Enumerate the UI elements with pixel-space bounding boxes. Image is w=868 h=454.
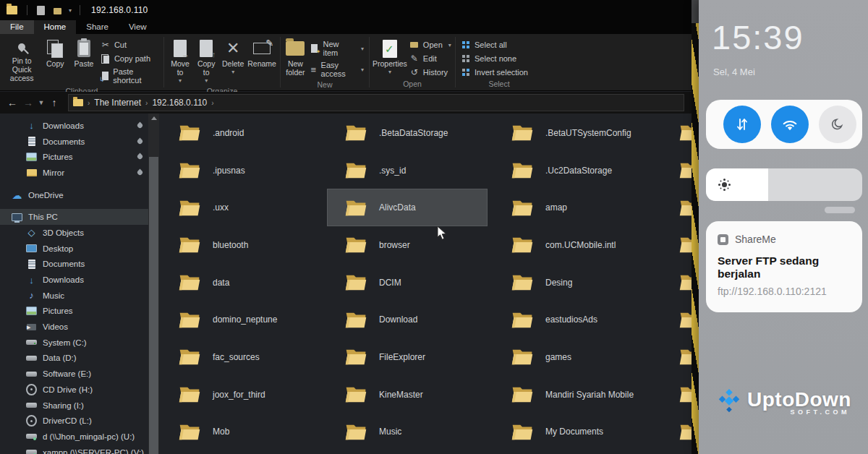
sidebar-item[interactable]: Documents xyxy=(0,134,148,150)
mobile-data-toggle[interactable] xyxy=(723,106,761,143)
open-button[interactable]: Open xyxy=(407,39,454,51)
folder-item[interactable]: Mandiri Syariah Mobile xyxy=(493,376,654,414)
folder-item[interactable]: amap xyxy=(493,189,654,226)
folder-item[interactable]: data xyxy=(161,264,321,301)
sidebar-item[interactable]: Downloads xyxy=(0,272,148,288)
select-none-button[interactable]: Select none xyxy=(459,53,530,64)
sidebar-item[interactable]: CD Drive (H:) xyxy=(0,382,148,398)
delete-button[interactable]: ✕ Delete xyxy=(219,36,247,77)
folder-item[interactable]: DCIM xyxy=(327,264,488,301)
shareme-notification-card[interactable]: ShareMe Server FTP sedang berjalan ftp:/… xyxy=(706,221,862,312)
folder-icon xyxy=(511,198,534,218)
sidebar-item[interactable]: This PC xyxy=(0,209,148,225)
copy-button[interactable]: Copy xyxy=(41,36,69,68)
pin-to-quick-access-button[interactable]: Pin to Quick access xyxy=(3,36,41,82)
wifi-toggle[interactable] xyxy=(771,106,809,143)
folder-item[interactable]: fac_sources xyxy=(161,338,321,376)
cut-button[interactable]: Cut xyxy=(98,39,161,51)
folder-item[interactable]: domino_neptune xyxy=(161,301,321,338)
folder-item[interactable]: Desing xyxy=(493,264,654,301)
select-all-button[interactable]: Select all xyxy=(459,39,530,51)
sidebar-item[interactable]: d (\\Jhon_mingal-pc) (U:) xyxy=(0,429,148,445)
quick-access-new-folder-icon[interactable] xyxy=(54,8,61,14)
folder-item[interactable]: .android xyxy=(161,114,321,152)
folder-item[interactable]: .ipusnas xyxy=(161,152,321,189)
history-button[interactable]: History xyxy=(407,67,454,78)
folder-item[interactable]: Mob xyxy=(161,414,321,451)
sidebar-scrollbar[interactable] xyxy=(148,113,159,454)
folder-item[interactable]: .uxx xyxy=(161,189,321,226)
sidebar-item[interactable]: 3D Objects xyxy=(0,225,148,241)
tab-view[interactable]: View xyxy=(119,20,157,34)
breadcrumb-host[interactable]: 192.168.0.110 xyxy=(152,98,207,108)
folder-item[interactable]: browser xyxy=(327,226,488,264)
notification-handle[interactable] xyxy=(825,207,855,213)
folder-item[interactable]: My Documents xyxy=(493,414,654,451)
sidebar-item[interactable]: DriverCD (L:) xyxy=(0,413,148,429)
folder-item[interactable]: .sys_id xyxy=(327,152,488,189)
rename-button[interactable]: Rename xyxy=(247,36,277,68)
invert-selection-icon xyxy=(461,67,471,77)
sidebar-item[interactable]: OneDrive xyxy=(0,187,148,203)
new-folder-button[interactable]: New folder xyxy=(284,36,307,77)
folder-item[interactable]: .Uc2DataStorage xyxy=(493,152,654,189)
folder-item[interactable]: AlivcData xyxy=(327,189,488,226)
sidebar-item[interactable]: Pictures xyxy=(0,149,148,165)
quick-access-properties-icon[interactable] xyxy=(37,6,45,15)
sidebar-item[interactable]: xampp (\\SERVER-PC) (V:) xyxy=(0,445,148,454)
forward-button[interactable]: → xyxy=(20,97,36,108)
folder-item[interactable]: Download xyxy=(327,301,488,338)
paste-shortcut-button[interactable]: Paste shortcut xyxy=(98,67,161,85)
folder-item[interactable]: FileExplorer xyxy=(327,338,488,376)
folder-item[interactable]: joox_for_third xyxy=(161,376,321,414)
properties-button[interactable]: Properties xyxy=(373,36,407,77)
breadcrumb-root[interactable]: The Internet xyxy=(94,98,141,108)
quick-access-caret-icon[interactable]: ▾ xyxy=(69,7,72,14)
sidebar-item[interactable]: Software (E:) xyxy=(0,366,148,382)
cd-drive-icon xyxy=(26,416,37,427)
sidebar-item[interactable]: Videos xyxy=(0,319,148,335)
paste-button[interactable]: Paste xyxy=(69,36,98,68)
up-button[interactable]: ↑ xyxy=(46,97,62,108)
folder-item[interactable]: com.UCMobile.intl xyxy=(493,226,654,264)
folder-item[interactable]: bluetooth xyxy=(161,226,321,264)
new-item-button[interactable]: New item xyxy=(307,39,366,58)
location-folder-icon xyxy=(73,99,83,106)
tab-share[interactable]: Share xyxy=(76,20,119,34)
sidebar-item[interactable]: Pictures xyxy=(0,304,148,320)
move-to-button[interactable]: Move to xyxy=(167,36,193,85)
scrollbar-thumb[interactable] xyxy=(149,157,158,454)
folder-item[interactable]: Music xyxy=(327,414,488,451)
easy-access-button[interactable]: Easy access xyxy=(307,60,366,79)
tab-home[interactable]: Home xyxy=(34,20,77,34)
folder-item[interactable]: .BetaUTSystemConfig xyxy=(493,114,654,152)
scroll-up-arrow-icon[interactable] xyxy=(151,116,157,120)
copy-path-button[interactable]: Copy path xyxy=(98,53,161,64)
invert-selection-button[interactable]: Invert selection xyxy=(459,67,530,78)
sidebar-item[interactable]: Data (D:) xyxy=(0,351,148,367)
address-field[interactable]: › The Internet › 192.168.0.110 › xyxy=(68,94,684,111)
folder-item[interactable]: eastudiosAds xyxy=(493,301,654,338)
sidebar-item[interactable]: Desktop xyxy=(0,241,148,257)
sidebar-item[interactable]: System (C:) xyxy=(0,335,148,351)
copy-to-button[interactable]: Copy to xyxy=(193,36,219,85)
folder-icon xyxy=(511,235,534,254)
edit-button[interactable]: Edit xyxy=(407,53,454,64)
back-button[interactable]: ← xyxy=(4,97,20,108)
document-icon xyxy=(26,259,37,270)
recent-locations-caret-icon[interactable]: ▼ xyxy=(36,99,46,106)
pin-icon xyxy=(137,153,144,160)
brightness-slider[interactable] xyxy=(706,168,862,201)
sidebar-item[interactable]: Music xyxy=(0,288,148,304)
sidebar-item[interactable]: Sharing (I:) xyxy=(0,398,148,414)
sidebar-item[interactable]: Downloads xyxy=(0,118,148,134)
folder-item[interactable]: games xyxy=(493,338,654,376)
folder-item[interactable]: .BetaDataStorage xyxy=(327,114,488,152)
do-not-disturb-toggle[interactable] xyxy=(819,106,856,143)
sidebar-item[interactable]: Mirror xyxy=(0,165,148,181)
brightness-fill xyxy=(706,168,768,201)
moon-icon xyxy=(830,116,846,132)
tab-file[interactable]: File xyxy=(0,20,34,34)
sidebar-item[interactable]: Documents xyxy=(0,257,148,273)
folder-item[interactable]: KineMaster xyxy=(327,376,488,414)
